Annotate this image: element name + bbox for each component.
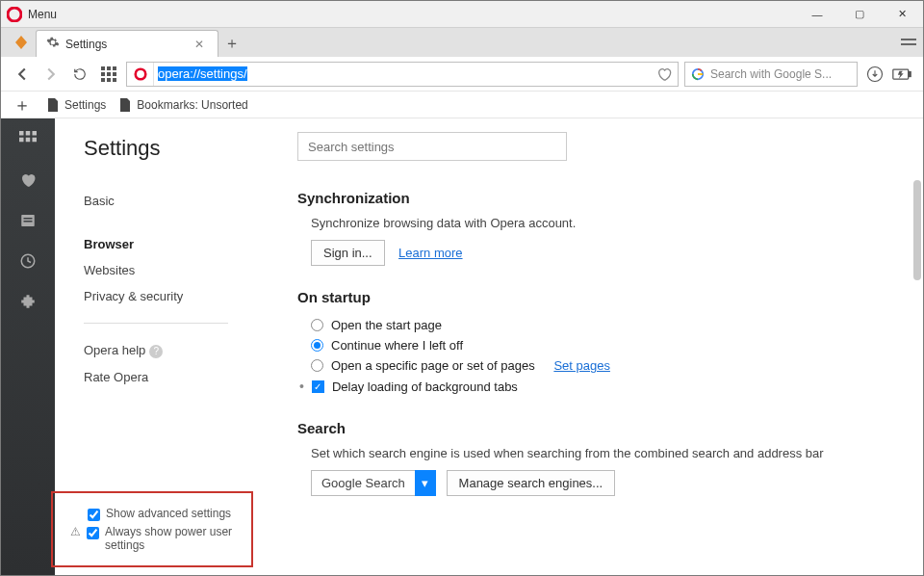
power-user-checkbox[interactable]: [87, 527, 99, 539]
svg-rect-18: [26, 131, 31, 136]
site-identity-icon[interactable]: [127, 63, 154, 86]
svg-rect-5: [113, 66, 116, 70]
page-icon: [119, 98, 131, 112]
startup-option-specific[interactable]: Open a specific page or set of pages Set…: [297, 355, 904, 376]
speed-dial-button[interactable]: [97, 63, 120, 86]
tab-settings[interactable]: Settings ✕: [36, 30, 218, 57]
rail-speeddial[interactable]: [16, 128, 39, 151]
side-rail: [1, 118, 55, 575]
address-text[interactable]: opera://settings/: [154, 66, 251, 81]
search-box[interactable]: Search with Google S...: [684, 62, 858, 87]
radio-icon: [311, 339, 323, 352]
startup-option-startpage[interactable]: Open the start page: [297, 315, 904, 335]
svg-rect-8: [113, 72, 116, 76]
forward-button[interactable]: [39, 63, 63, 86]
search-desc: Set which search engine is used when sea…: [297, 446, 904, 460]
svg-rect-21: [26, 138, 31, 143]
sync-desc: Synchronize browsing data with Opera acc…: [297, 216, 904, 230]
nav-privacy[interactable]: Privacy & security: [84, 283, 280, 309]
search-settings-input[interactable]: [297, 132, 567, 161]
section-search: Search Set which search engine is used w…: [297, 420, 904, 496]
svg-rect-24: [24, 218, 33, 220]
window-minimize-button[interactable]: —: [796, 1, 838, 28]
svg-point-12: [135, 68, 145, 79]
battery-saver-button[interactable]: [890, 63, 913, 86]
window-titlebar: Menu — ▢ ✕: [1, 1, 923, 28]
nav-rate-opera[interactable]: Rate Opera: [84, 364, 280, 390]
sync-title: Synchronization: [297, 190, 904, 206]
svg-rect-1: [901, 39, 916, 40]
reload-button[interactable]: [68, 63, 91, 86]
tab-title: Settings: [65, 38, 107, 51]
nav-basic[interactable]: Basic: [84, 188, 280, 214]
show-advanced-label: Show advanced settings: [106, 507, 231, 520]
startup-title: On startup: [297, 289, 904, 305]
help-icon: ?: [149, 345, 163, 358]
svg-point-0: [8, 8, 21, 21]
search-placeholder: Search with Google S...: [710, 67, 832, 81]
window-maximize-button[interactable]: ▢: [838, 1, 881, 28]
address-bar[interactable]: opera://settings/: [126, 62, 679, 87]
tabs-menu-button[interactable]: [894, 28, 923, 57]
google-icon: [691, 67, 705, 81]
svg-rect-20: [19, 138, 24, 143]
nav-browser[interactable]: Browser: [84, 231, 280, 257]
bullet-icon: •: [299, 379, 304, 394]
gear-icon: [46, 36, 60, 52]
sign-in-button[interactable]: Sign in...: [311, 240, 385, 266]
svg-rect-25: [24, 221, 33, 223]
downloads-button[interactable]: [863, 63, 886, 86]
opera-logo-icon: [7, 7, 22, 22]
add-bookmark-button[interactable]: ＋: [11, 93, 34, 117]
nav-opera-help[interactable]: Opera help?: [84, 337, 280, 364]
extension-icon[interactable]: [7, 28, 36, 57]
chevron-down-icon: ▾: [415, 470, 436, 496]
svg-rect-11: [113, 78, 116, 82]
search-engine-value: Google Search: [311, 470, 415, 496]
back-button[interactable]: [11, 63, 34, 86]
svg-rect-10: [107, 78, 111, 82]
section-startup: On startup Open the start page Continue …: [297, 289, 904, 397]
bookmark-heart-button[interactable]: [651, 66, 678, 82]
svg-rect-4: [107, 66, 111, 70]
rail-history[interactable]: [16, 249, 39, 273]
svg-rect-22: [33, 138, 38, 143]
learn-more-link[interactable]: Learn more: [398, 246, 462, 260]
power-user-label: Always show power user settings: [105, 525, 238, 552]
startup-option-continue[interactable]: Continue where I left off: [297, 335, 904, 355]
radio-icon: [311, 359, 323, 372]
settings-sidebar: Settings Basic Browser Websites Privacy …: [55, 118, 297, 575]
startup-option-delay[interactable]: •✓Delay loading of background tabs: [297, 376, 904, 397]
set-pages-link[interactable]: Set pages: [553, 358, 610, 373]
window-close-button[interactable]: ✕: [881, 1, 923, 28]
bookmarks-bar: ＋ Settings Bookmarks: Unsorted: [1, 92, 923, 118]
menu-label[interactable]: Menu: [28, 8, 57, 21]
bookmark-unsorted[interactable]: Bookmarks: Unsorted: [119, 98, 247, 112]
svg-rect-3: [101, 66, 105, 70]
close-tab-button[interactable]: ✕: [191, 38, 208, 51]
page-icon: [47, 98, 59, 112]
scrollbar-thumb[interactable]: [913, 180, 921, 280]
section-synchronization: Synchronization Synchronize browsing dat…: [297, 190, 904, 266]
bookmark-settings[interactable]: Settings: [47, 98, 106, 112]
svg-rect-16: [910, 71, 911, 76]
svg-rect-9: [101, 78, 105, 82]
nav-websites[interactable]: Websites: [84, 257, 280, 283]
page-title: Settings: [84, 136, 280, 161]
search-engine-select[interactable]: Google Search ▾: [311, 470, 436, 496]
checkbox-icon: ✓: [312, 380, 324, 393]
svg-rect-7: [107, 72, 111, 76]
navigation-bar: opera://settings/ Search with Google S..…: [1, 57, 923, 92]
manage-search-engines-button[interactable]: Manage search engines...: [447, 470, 616, 496]
rail-bookmarks[interactable]: [16, 169, 39, 192]
radio-icon: [311, 319, 323, 331]
rail-news[interactable]: [16, 209, 39, 232]
svg-rect-17: [19, 131, 24, 136]
rail-extensions[interactable]: [16, 290, 39, 313]
advanced-settings-box: Show advanced settings ⚠ Always show pow…: [51, 491, 253, 567]
svg-rect-2: [901, 43, 916, 45]
show-advanced-checkbox[interactable]: [88, 509, 100, 521]
new-tab-button[interactable]: ＋: [218, 30, 245, 57]
settings-content: Synchronization Synchronize browsing dat…: [297, 118, 923, 575]
search-title: Search: [297, 420, 904, 436]
